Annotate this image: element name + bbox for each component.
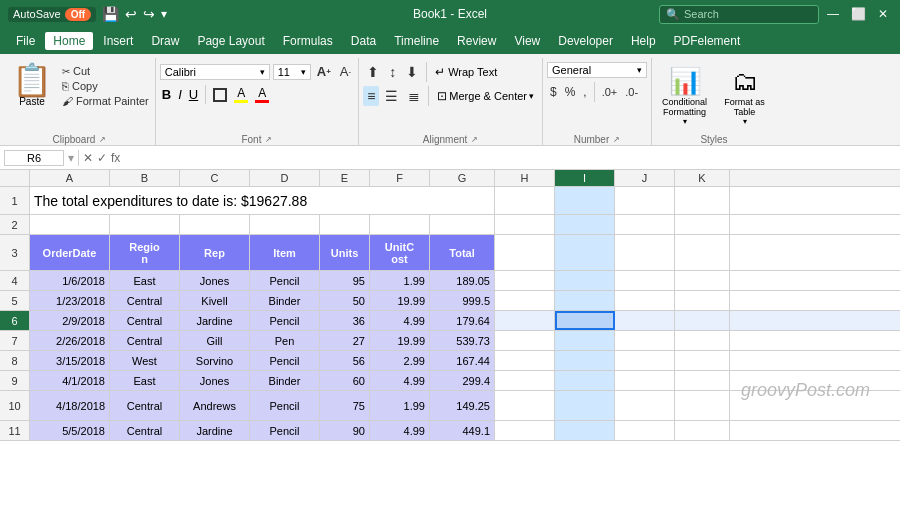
cell-d8[interactable]: Pencil [250,351,320,370]
cell-a11[interactable]: 5/5/2018 [30,421,110,440]
cell-a3-header[interactable]: OrderDate [30,235,110,270]
col-header-g[interactable]: G [430,170,495,186]
cell-a8[interactable]: 3/15/2018 [30,351,110,370]
number-format-dropdown[interactable]: General ▾ [547,62,647,78]
cut-button[interactable]: ✂ Cut [60,64,151,78]
percent-button[interactable]: % [562,83,579,101]
cell-h2[interactable] [495,215,555,234]
cell-j9[interactable] [615,371,675,390]
cell-g7[interactable]: 539.73 [430,331,495,350]
cell-e5[interactable]: 50 [320,291,370,310]
cell-f2[interactable] [370,215,430,234]
cell-g5[interactable]: 999.5 [430,291,495,310]
cell-h6[interactable] [495,311,555,330]
cell-b8[interactable]: West [110,351,180,370]
cell-f3-header[interactable]: UnitCost [370,235,430,270]
cell-b11[interactable]: Central [110,421,180,440]
cancel-formula-icon[interactable]: ✕ [83,151,93,165]
cell-i5[interactable] [555,291,615,310]
menu-file[interactable]: File [8,32,43,50]
cell-d3-header[interactable]: Item [250,235,320,270]
cell-h8[interactable] [495,351,555,370]
cell-i9[interactable] [555,371,615,390]
menu-view[interactable]: View [506,32,548,50]
copy-button[interactable]: ⎘ Copy [60,79,151,93]
cell-i3[interactable] [555,235,615,270]
col-header-e[interactable]: E [320,170,370,186]
clipboard-expander[interactable]: ↗ [99,135,106,144]
cell-k4[interactable] [675,271,730,290]
comma-button[interactable]: , [580,83,589,101]
menu-formulas[interactable]: Formulas [275,32,341,50]
cell-k6[interactable] [675,311,730,330]
cell-b3-header[interactable]: Region [110,235,180,270]
cell-b4[interactable]: East [110,271,180,290]
cell-k7[interactable] [675,331,730,350]
cell-i8[interactable] [555,351,615,370]
cell-g11[interactable]: 449.1 [430,421,495,440]
cell-j3[interactable] [615,235,675,270]
increase-decimal-button[interactable]: .0+ [599,84,621,100]
col-header-k[interactable]: K [675,170,730,186]
conditional-formatting-button[interactable]: 📊 ConditionalFormatting ▾ [656,62,713,130]
menu-home[interactable]: Home [45,32,93,50]
cell-j6[interactable] [615,311,675,330]
cell-d7[interactable]: Pen [250,331,320,350]
col-header-i[interactable]: I [555,170,615,186]
restore-icon[interactable]: ⬜ [847,7,870,21]
cell-j1[interactable] [615,187,675,214]
close-icon[interactable]: ✕ [874,7,892,21]
cell-g9[interactable]: 299.4 [430,371,495,390]
cell-reference-box[interactable]: R6 [4,150,64,166]
cell-c2[interactable] [180,215,250,234]
cell-j4[interactable] [615,271,675,290]
col-header-h[interactable]: H [495,170,555,186]
cell-c6[interactable]: Jardine [180,311,250,330]
bold-button[interactable]: B [160,86,173,103]
search-box[interactable]: 🔍 [659,5,819,24]
cell-b5[interactable]: Central [110,291,180,310]
menu-pdfelement[interactable]: PDFelement [666,32,749,50]
cell-a9[interactable]: 4/1/2018 [30,371,110,390]
font-size-dropdown[interactable]: 11 ▾ [273,64,311,80]
wrap-text-button[interactable]: ↵ Wrap Text [431,63,501,81]
menu-data[interactable]: Data [343,32,384,50]
cell-e7[interactable]: 27 [320,331,370,350]
cell-c5[interactable]: Kivell [180,291,250,310]
cell-g10[interactable]: 149.25 [430,391,495,420]
cell-a7[interactable]: 2/26/2018 [30,331,110,350]
menu-page-layout[interactable]: Page Layout [189,32,272,50]
cell-e10[interactable]: 75 [320,391,370,420]
cell-g3-header[interactable]: Total [430,235,495,270]
cell-e11[interactable]: 90 [320,421,370,440]
cell-k8[interactable] [675,351,730,370]
autosave-toggle[interactable]: Off [65,8,91,21]
align-center-button[interactable]: ☰ [381,86,402,106]
redo-icon[interactable]: ↪ [143,6,155,22]
cell-e9[interactable]: 60 [320,371,370,390]
col-header-f[interactable]: F [370,170,430,186]
menu-developer[interactable]: Developer [550,32,621,50]
cell-g4[interactable]: 189.05 [430,271,495,290]
cell-a5[interactable]: 1/23/2018 [30,291,110,310]
cell-j7[interactable] [615,331,675,350]
cell-b2[interactable] [110,215,180,234]
align-top-button[interactable]: ⬆ [363,62,383,82]
cell-i4[interactable] [555,271,615,290]
alignment-expander[interactable]: ↗ [471,135,478,144]
cell-h5[interactable] [495,291,555,310]
align-left-button[interactable]: ≡ [363,86,379,106]
cell-j5[interactable] [615,291,675,310]
cell-e2[interactable] [320,215,370,234]
cell-k9[interactable] [675,371,730,390]
cell-a1[interactable]: The total expenditures to date is: $1962… [30,187,495,214]
cell-f7[interactable]: 19.99 [370,331,430,350]
cell-f4[interactable]: 1.99 [370,271,430,290]
font-family-dropdown[interactable]: Calibri ▾ [160,64,270,80]
cell-e8[interactable]: 56 [320,351,370,370]
cell-g6[interactable]: 179.64 [430,311,495,330]
decrease-decimal-button[interactable]: .0- [622,84,641,100]
cell-j11[interactable] [615,421,675,440]
col-header-b[interactable]: B [110,170,180,186]
cell-d2[interactable] [250,215,320,234]
